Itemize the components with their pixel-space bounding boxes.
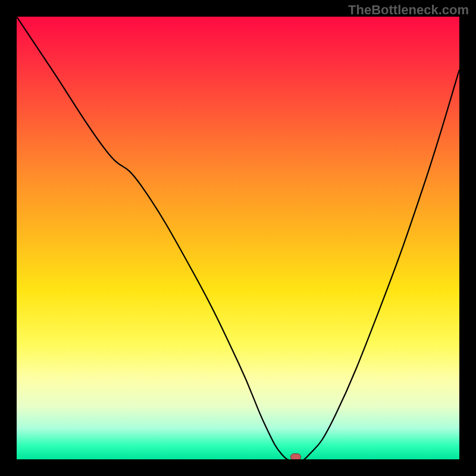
plot-area [17, 17, 459, 459]
minimum-marker [290, 453, 301, 459]
watermark-text: TheBottleneck.com [348, 2, 469, 18]
chart-frame: TheBottleneck.com [0, 0, 476, 476]
bottleneck-curve [17, 17, 459, 459]
